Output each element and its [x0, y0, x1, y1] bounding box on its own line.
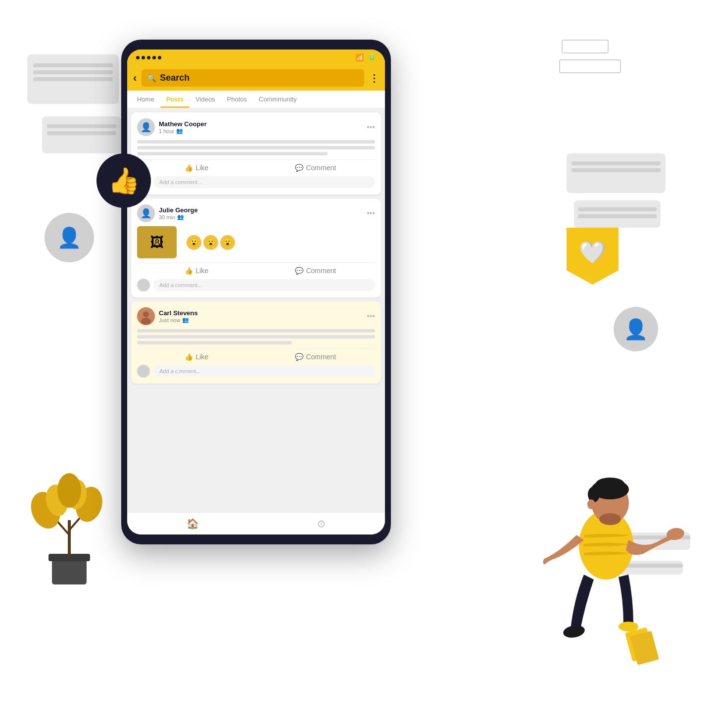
float-rect-1 [562, 40, 609, 53]
content-line [137, 341, 292, 344]
more-options-button[interactable]: ⋮ [369, 72, 379, 84]
person-silhouette-left: 👤 [57, 226, 82, 249]
bottom-navigation: 🏠 ⊙ [127, 512, 385, 534]
like-button-3[interactable]: 👍 Like [137, 353, 256, 361]
content-line [137, 146, 375, 149]
bubble-topright-2 [574, 200, 661, 228]
plant-decoration [25, 461, 114, 584]
post-header-3: Carl Stevens Just now 👥 ••• [137, 307, 375, 325]
like-badge: 👍 [96, 153, 151, 208]
comment-field-3[interactable]: Add a c:mment... [153, 365, 375, 377]
battery-icon: 🔋 [368, 53, 376, 61]
avatar-circle-right: 👤 [614, 307, 658, 351]
heart-badge: 🤍 [567, 228, 619, 285]
dot-3 [147, 56, 150, 59]
friends-icon-3: 👥 [182, 317, 189, 323]
wifi-icon: 📶 [355, 53, 364, 61]
comment-field-2[interactable]: Add a comment... [153, 279, 375, 291]
like-icon-1: 👍 [185, 164, 193, 172]
post-time-3: Just now 👥 [159, 317, 363, 323]
post-meta-3: Carl Stevens Just now 👥 [159, 309, 363, 323]
comment-button-3[interactable]: 💬 Comment [256, 353, 376, 361]
post-meta-2: Julie George 30 min 👥 [159, 206, 363, 220]
search-bar[interactable]: 🔍 Search [142, 69, 364, 87]
post-header-2: 👤 Julie George 30 min 👥 ••• [137, 204, 375, 222]
post-image-2: 🖼 [137, 226, 177, 258]
post-header-1: 👤 Mathew Cooper 1 hour 👥 ••• [137, 118, 375, 136]
svg-point-22 [619, 622, 638, 631]
tab-posts[interactable]: Posts [160, 91, 190, 108]
svg-point-12 [141, 318, 151, 325]
friends-icon-2: 👥 [177, 214, 184, 220]
action-bar-2: 👍 Like 💬 Comment [137, 262, 375, 275]
tab-videos[interactable]: Videos [190, 91, 221, 108]
dot-5 [158, 56, 161, 59]
svg-point-17 [595, 478, 625, 491]
comment-button-1[interactable]: 💬 Comment [256, 164, 376, 172]
content-line [137, 140, 375, 144]
like-icon-2: 👍 [185, 267, 193, 275]
bubble-topleft-1 [27, 54, 119, 104]
avatar-circle-left: 👤 [45, 213, 94, 262]
comment-avatar-3 [137, 365, 150, 378]
back-button[interactable]: ‹ [133, 72, 137, 85]
search-label: Search [160, 73, 190, 83]
float-rect-2 [559, 59, 621, 73]
tab-community[interactable]: Commmunity [253, 91, 303, 108]
post-time-2: 30 min 👥 [159, 214, 363, 220]
reaction-2: 😮 [203, 235, 218, 250]
svg-rect-0 [52, 557, 87, 584]
tablet: 📶 🔋 ‹ 🔍 Search ⋮ Home Posts Videos Photo… [121, 40, 391, 544]
post-content-3 [137, 329, 375, 344]
post-card-2: 👤 Julie George 30 min 👥 ••• 🖼 [131, 198, 381, 297]
thumbs-up-icon: 👍 [108, 166, 140, 196]
like-icon-3: 👍 [185, 353, 193, 361]
comment-field-1[interactable]: Add a comment... [153, 176, 375, 188]
search-icon: 🔍 [147, 74, 156, 82]
status-dots [136, 56, 161, 59]
post-card-3: Carl Stevens Just now 👥 ••• [131, 301, 381, 384]
heart-icon: 🤍 [579, 240, 606, 265]
check-nav-icon[interactable]: ⊙ [317, 518, 326, 530]
feed: 👤 Mathew Cooper 1 hour 👥 ••• [127, 108, 385, 512]
post-time-1: 1 hour 👥 [159, 128, 363, 134]
reactions-2: 😮 😮 😮 [187, 235, 235, 250]
post-card-1: 👤 Mathew Cooper 1 hour 👥 ••• [131, 112, 381, 194]
svg-point-19 [599, 513, 621, 525]
svg-point-9 [57, 473, 81, 508]
comment-input-2: Add a comment... [137, 279, 375, 291]
post-more-2[interactable]: ••• [367, 209, 375, 218]
comment-button-2[interactable]: 💬 Comment [256, 267, 376, 275]
navigation-tabs: Home Posts Videos Photos Commmunity [127, 91, 385, 108]
comment-icon-2: 💬 [295, 267, 303, 275]
post-more-1[interactable]: ••• [367, 123, 375, 132]
scene: 👍 🤍 👤 👤 [0, 0, 715, 728]
top-bar: ‹ 🔍 Search ⋮ [127, 65, 385, 91]
dot-4 [152, 56, 156, 59]
status-bar: 📶 🔋 [127, 49, 385, 65]
content-line [137, 335, 375, 339]
tab-photos[interactable]: Photos [221, 91, 253, 108]
dot-2 [142, 56, 145, 59]
comment-avatar-2 [137, 279, 150, 291]
person-silhouette-right: 👤 [623, 318, 648, 341]
bubble-topleft-2 [42, 116, 121, 153]
like-button-1[interactable]: 👍 Like [137, 164, 256, 172]
friends-icon-1: 👥 [176, 128, 183, 134]
content-line [137, 329, 375, 333]
post-avatar-2: 👤 [137, 204, 155, 222]
post-author-1: Mathew Cooper [159, 120, 363, 128]
dot-1 [136, 56, 140, 59]
svg-point-18 [587, 499, 595, 509]
home-nav-icon[interactable]: 🏠 [187, 518, 199, 530]
action-bar-1: 👍 Like 💬 Comment [137, 159, 375, 172]
post-more-3[interactable]: ••• [367, 312, 375, 321]
svg-point-11 [143, 311, 149, 317]
comment-input-1: Add a comment... [137, 176, 375, 189]
tab-home[interactable]: Home [131, 91, 160, 108]
bubble-topright-1 [567, 153, 666, 193]
post-content-1 [137, 140, 375, 155]
person-illustration [497, 431, 685, 679]
like-button-2[interactable]: 👍 Like [137, 267, 256, 275]
comment-input-3: Add a c:mment... [137, 365, 375, 378]
